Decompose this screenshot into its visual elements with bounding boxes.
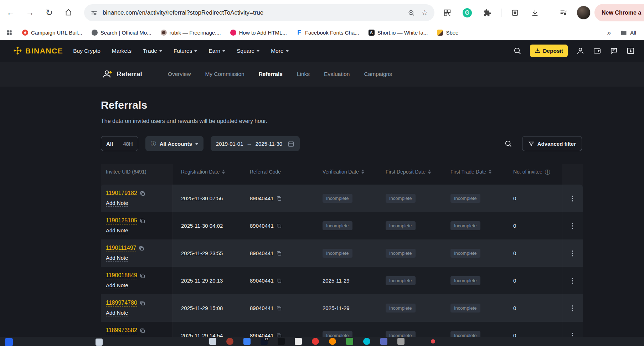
accounts-dropdown[interactable]: ⓘ All Accounts	[145, 136, 203, 151]
add-note-button[interactable]: Add Note	[106, 282, 128, 289]
bookmark-item[interactable]: How to Add HTML...	[230, 30, 287, 36]
column-header-registration-date[interactable]: Registration Date	[173, 164, 242, 180]
add-note-button[interactable]: Add Note	[106, 200, 128, 207]
copy-icon[interactable]	[276, 223, 282, 229]
download-app-icon[interactable]	[627, 47, 635, 55]
bookmark-item[interactable]: F Facebook Fonts Cha...	[296, 30, 359, 36]
bookmark-item[interactable]: rubik — Freeimage....	[161, 30, 221, 36]
pinned-extension-icon[interactable]	[509, 7, 521, 19]
taskbar-app-icon[interactable]	[278, 338, 285, 345]
deposit-button[interactable]: Deposit	[530, 45, 568, 57]
invitee-uid-link[interactable]: 1189973582	[106, 327, 137, 334]
taskbar-app-icon[interactable]	[346, 338, 353, 345]
nav-item-more[interactable]: More	[271, 48, 288, 54]
taskbar-app-icon[interactable]	[96, 339, 103, 346]
tab-referrals[interactable]: Referrals	[259, 71, 283, 77]
kebab-menu-icon[interactable]: ⋮	[569, 304, 576, 312]
column-header-verification-date[interactable]: Verification Date	[314, 164, 377, 180]
nav-item-square[interactable]: Square	[237, 48, 259, 54]
copy-icon[interactable]	[139, 246, 144, 251]
nav-item-buy-crypto[interactable]: Buy Crypto	[73, 48, 101, 54]
copy-icon[interactable]	[276, 251, 282, 256]
nav-item-trade[interactable]: Trade	[143, 48, 162, 54]
copy-icon[interactable]	[140, 300, 145, 306]
sort-icon[interactable]	[428, 170, 431, 174]
tab-my-commission[interactable]: My Commission	[205, 71, 244, 77]
kebab-menu-icon[interactable]: ⋮	[569, 249, 576, 257]
browser-home-button[interactable]	[61, 5, 76, 20]
search-icon[interactable]	[513, 47, 521, 55]
apps-grid-icon[interactable]	[6, 29, 13, 36]
downloads-icon[interactable]	[529, 7, 541, 19]
taskbar-app-icon[interactable]	[209, 338, 216, 345]
zoom-icon[interactable]	[408, 9, 415, 16]
chrome-update-chip[interactable]: New Chrome a	[594, 4, 644, 21]
taskbar-app-icon[interactable]	[380, 338, 387, 345]
profile-icon[interactable]	[576, 47, 584, 55]
taskbar-app-icon[interactable]	[397, 338, 405, 345]
kebab-menu-icon[interactable]: ⋮	[569, 277, 576, 285]
copy-icon[interactable]	[140, 218, 145, 224]
invitee-uid-link[interactable]: 1190125105	[106, 217, 137, 224]
copy-icon[interactable]	[276, 278, 282, 284]
add-note-button[interactable]: Add Note	[106, 227, 128, 234]
copy-icon[interactable]	[276, 196, 282, 201]
table-search-icon[interactable]	[504, 140, 512, 148]
invitee-uid-link[interactable]: 1190179182	[106, 190, 137, 197]
toggle-all[interactable]: All	[101, 136, 118, 151]
advanced-filter-button[interactable]: Advanced filter	[522, 136, 582, 151]
nav-item-futures[interactable]: Futures	[174, 48, 197, 54]
taskbar-app-icon[interactable]	[243, 338, 251, 345]
profile-avatar[interactable]	[577, 6, 591, 20]
taskbar-app-icon[interactable]	[312, 338, 319, 345]
bookmark-item[interactable]: Campaign URL Buil...	[22, 30, 82, 36]
tab-links[interactable]: Links	[297, 71, 310, 77]
kebab-menu-icon[interactable]: ⋮	[569, 222, 576, 230]
nav-item-earn[interactable]: Earn	[208, 48, 225, 54]
bookmarks-overflow-chevron[interactable]: »	[607, 29, 611, 37]
tab-evaluation[interactable]: Evaluation	[324, 71, 350, 77]
taskbar-app-icon[interactable]	[363, 338, 370, 345]
toggle-48h[interactable]: 48H	[118, 136, 138, 151]
copy-icon[interactable]	[276, 305, 282, 311]
add-note-button[interactable]: Add Note	[106, 255, 128, 262]
sort-icon[interactable]	[222, 170, 225, 174]
taskbar-app-icon[interactable]	[5, 338, 13, 346]
taskbar-app-icon[interactable]	[226, 338, 233, 345]
wallet-icon[interactable]	[593, 47, 601, 55]
copy-icon[interactable]	[140, 191, 145, 196]
copy-icon[interactable]	[140, 273, 145, 279]
date-range-picker[interactable]: 2019-01-01 → 2025-11-30	[211, 136, 300, 151]
browser-forward-button[interactable]: →	[22, 5, 38, 20]
binance-logo[interactable]: BINANCE	[13, 46, 63, 56]
invitee-uid-link[interactable]: 1190018849	[106, 272, 137, 279]
bookmark-item[interactable]: S Short.io — White la...	[369, 30, 428, 36]
messages-icon[interactable]	[610, 47, 618, 55]
taskbar-app-icon[interactable]	[329, 338, 336, 345]
invitee-uid-link[interactable]: 1189974780	[106, 300, 137, 307]
site-settings-icon[interactable]	[91, 9, 98, 16]
tab-overview[interactable]: Overview	[168, 71, 191, 77]
sort-icon[interactable]	[489, 170, 491, 174]
qr-scan-icon[interactable]	[441, 7, 453, 19]
extensions-puzzle-icon[interactable]	[481, 7, 493, 19]
bookmark-item[interactable]: Sbee	[437, 30, 458, 36]
address-bar[interactable]: binance.com/en/activity/referral?stopRed…	[84, 4, 434, 21]
column-header-first-trade-date[interactable]: First Trade Date	[442, 164, 505, 180]
browser-back-button[interactable]: ←	[3, 5, 19, 20]
column-header-first-deposit-date[interactable]: First Deposit Date	[377, 164, 442, 180]
tab-campaigns[interactable]: Campaigns	[364, 71, 392, 77]
browser-reload-button[interactable]: ↻	[41, 5, 57, 20]
bookmark-star-icon[interactable]: ☆	[421, 9, 428, 16]
bookmark-item[interactable]: Search | Official Mo...	[92, 30, 151, 36]
copy-icon[interactable]	[140, 328, 145, 334]
media-queue-icon[interactable]	[557, 7, 570, 19]
nav-item-markets[interactable]: Markets	[112, 48, 132, 54]
kebab-menu-icon[interactable]: ⋮	[569, 194, 576, 202]
taskbar-app-icon[interactable]: 27	[261, 338, 268, 345]
grammarly-extension-icon[interactable]: G	[461, 7, 473, 19]
taskbar-app-icon[interactable]	[295, 338, 302, 345]
sort-icon[interactable]	[361, 170, 364, 174]
invitee-uid-link[interactable]: 1190111497	[106, 245, 136, 252]
add-note-button[interactable]: Add Note	[106, 310, 128, 316]
